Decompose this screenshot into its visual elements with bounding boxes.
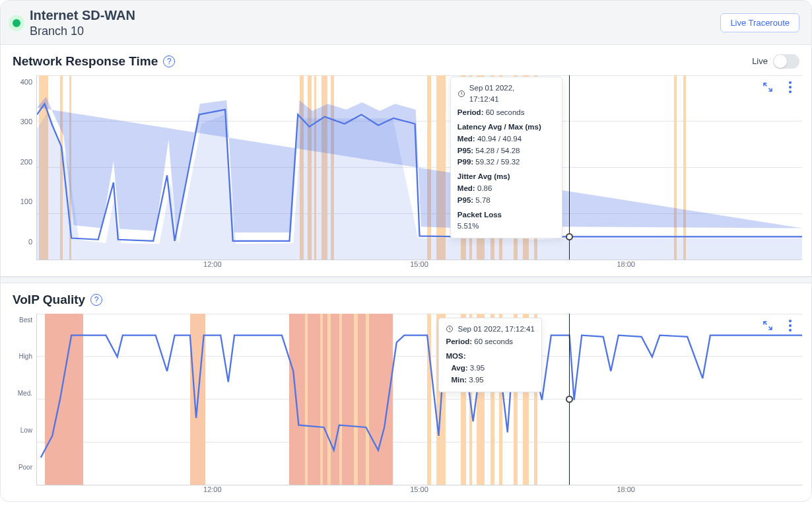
tt-med-val: 40.94 / 40.94 bbox=[477, 135, 522, 143]
x-tick: 12:00 bbox=[203, 260, 222, 268]
tt-p95-val: 54.28 / 54.28 bbox=[475, 147, 520, 155]
tt-period-val: 60 seconds bbox=[474, 337, 513, 345]
tt-p95-lbl: P95: bbox=[457, 147, 473, 155]
y-tick: 100 bbox=[20, 197, 32, 205]
kebab-menu-icon[interactable] bbox=[784, 319, 797, 332]
tt-min-lbl: Min: bbox=[451, 376, 467, 384]
voip-x-axis: 12:00 15:00 18:00 bbox=[36, 485, 802, 497]
tt-lat-hdr: Latency Avg / Max (ms) bbox=[457, 123, 541, 131]
nrt-title: Network Response Time bbox=[13, 54, 158, 69]
y-tick: 400 bbox=[20, 78, 32, 86]
title-block: Internet SD-WAN Branch 10 bbox=[30, 7, 135, 39]
voip-crosshair bbox=[569, 314, 570, 485]
nrt-tooltip: Sep 01 2022, 17:12:41 Period: 60 seconds… bbox=[450, 77, 562, 239]
voip-card-header: VoIP Quality ? bbox=[1, 283, 811, 314]
nrt-crosshair bbox=[569, 75, 570, 260]
nrt-y-axis: 400 300 200 100 0 bbox=[10, 75, 36, 260]
help-icon[interactable]: ? bbox=[90, 294, 102, 306]
live-toggle-wrap: Live bbox=[752, 54, 799, 69]
tt-period-lbl: Period: bbox=[446, 337, 472, 345]
voip-line-svg bbox=[37, 314, 802, 485]
card-gap bbox=[1, 277, 811, 283]
tt-mos-hdr: MOS: bbox=[446, 352, 465, 360]
live-toggle[interactable] bbox=[773, 54, 799, 69]
tt-jp95-lbl: P95: bbox=[457, 196, 473, 204]
nrt-line-svg bbox=[37, 75, 802, 260]
clock-icon bbox=[457, 90, 465, 98]
voip-quality-card: VoIP Quality ? Best High Med. Low Poor bbox=[1, 283, 811, 497]
kebab-menu-icon[interactable] bbox=[784, 81, 797, 94]
y-tick: 0 bbox=[28, 238, 32, 246]
voip-chart: Best High Med. Low Poor bbox=[10, 314, 802, 497]
voip-plot[interactable]: Best High Med. Low Poor bbox=[10, 314, 802, 485]
y-tick: 200 bbox=[20, 158, 32, 166]
tt-p99-val: 59.32 / 59.32 bbox=[475, 158, 520, 166]
nrt-chart-actions bbox=[761, 81, 797, 94]
tt-min-val: 3.95 bbox=[469, 376, 483, 384]
tt-avg-val: 3.95 bbox=[470, 364, 485, 372]
tt-med-lbl: Med: bbox=[457, 135, 475, 143]
x-tick: 18:00 bbox=[617, 260, 635, 268]
clock-icon bbox=[446, 325, 454, 333]
x-tick: 15:00 bbox=[410, 485, 428, 493]
live-traceroute-button[interactable]: Live Traceroute bbox=[720, 13, 799, 32]
voip-tooltip: Sep 01 2022, 17:12:41 Period: 60 seconds… bbox=[438, 318, 541, 392]
voip-title: VoIP Quality bbox=[13, 293, 85, 307]
y-tick: High bbox=[18, 353, 32, 360]
help-icon[interactable]: ? bbox=[163, 55, 175, 67]
live-label: Live bbox=[752, 56, 768, 66]
x-tick: 12:00 bbox=[203, 485, 222, 493]
header-left: Internet SD-WAN Branch 10 bbox=[13, 7, 135, 39]
nrt-chart: 400 300 200 100 0 bbox=[10, 75, 802, 272]
y-tick: Best bbox=[19, 316, 32, 324]
status-indicator-icon bbox=[13, 19, 20, 27]
tt-pl-hdr: Packet Loss bbox=[457, 211, 502, 219]
nrt-title-wrap: Network Response Time ? bbox=[13, 54, 175, 69]
connection-title: Internet SD-WAN bbox=[30, 7, 135, 24]
x-tick: 18:00 bbox=[617, 485, 635, 493]
tt-avg-lbl: Avg: bbox=[451, 364, 467, 372]
y-tick: Poor bbox=[18, 464, 32, 471]
nrt-card-header: Network Response Time ? Live bbox=[1, 45, 811, 75]
tt-period-lbl: Period: bbox=[457, 108, 484, 116]
y-tick: 300 bbox=[20, 118, 32, 125]
tt-timestamp: Sep 01 2022, 17:12:41 bbox=[469, 83, 514, 106]
tt-jp95-val: 5.78 bbox=[475, 196, 490, 204]
tt-pl-val: 5.51% bbox=[457, 222, 479, 230]
dashboard-page: Internet SD-WAN Branch 10 Live Tracerout… bbox=[0, 0, 812, 502]
y-tick: Low bbox=[20, 427, 32, 434]
network-response-time-card: Network Response Time ? Live 400 300 200 bbox=[1, 45, 811, 277]
tt-period-val: 60 seconds bbox=[486, 108, 525, 116]
nrt-x-axis: 12:00 15:00 18:00 bbox=[36, 260, 802, 272]
tt-timestamp: Sep 01 2022, 17:12:41 bbox=[457, 324, 534, 336]
tt-p99-lbl: P99: bbox=[457, 158, 473, 166]
voip-y-axis: Best High Med. Low Poor bbox=[10, 314, 36, 485]
page-header: Internet SD-WAN Branch 10 Live Tracerout… bbox=[1, 1, 811, 45]
expand-icon[interactable] bbox=[761, 319, 774, 332]
expand-icon[interactable] bbox=[761, 81, 774, 94]
tt-jmed-val: 0.86 bbox=[477, 184, 492, 192]
voip-chart-actions bbox=[761, 319, 797, 332]
site-title: Branch 10 bbox=[30, 24, 135, 39]
nrt-plot[interactable]: 400 300 200 100 0 bbox=[10, 75, 802, 260]
nrt-plot-area: Sep 01 2022, 17:12:41 Period: 60 seconds… bbox=[36, 75, 802, 260]
voip-plot-area: Sep 01 2022, 17:12:41 Period: 60 seconds… bbox=[36, 314, 802, 485]
x-tick: 15:00 bbox=[410, 260, 428, 268]
voip-title-wrap: VoIP Quality ? bbox=[13, 293, 102, 307]
tt-jmed-lbl: Med: bbox=[457, 184, 475, 192]
y-tick: Med. bbox=[18, 390, 32, 397]
tt-jit-hdr: Jitter Avg (ms) bbox=[457, 172, 510, 180]
